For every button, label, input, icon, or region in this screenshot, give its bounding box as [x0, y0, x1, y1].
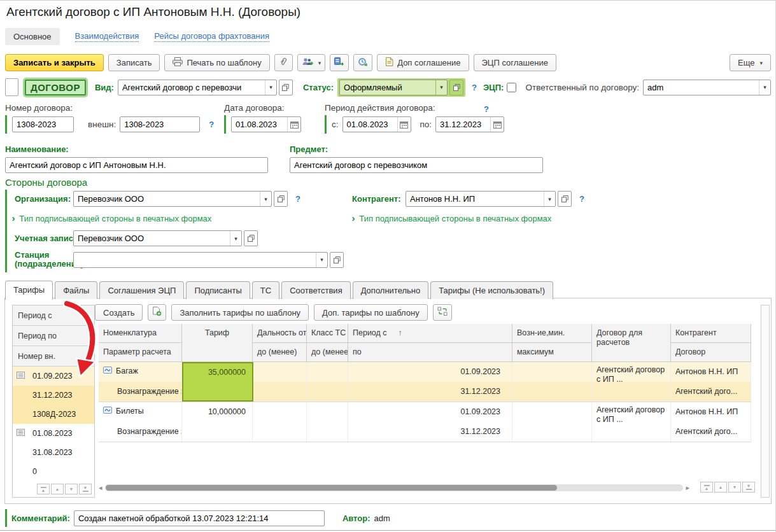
organization-help-icon[interactable]: ? [295, 194, 300, 204]
save-button[interactable]: Записать [108, 54, 160, 71]
list-item[interactable]: 01.09.2023 [13, 367, 94, 386]
table-row[interactable]: Билеты 10,000000 01.09.2023 Агентский до… [99, 402, 751, 442]
attachments-button[interactable] [274, 54, 293, 71]
go-next-button[interactable]: ▼ [65, 484, 78, 494]
calendar-icon[interactable] [287, 117, 300, 132]
account-open-button[interactable] [244, 230, 258, 246]
reorder-template-button[interactable] [433, 304, 452, 321]
status-help-icon[interactable]: ? [472, 83, 477, 92]
internal-number-header[interactable]: Номер вн. [13, 346, 94, 367]
contract-date-input[interactable]: 01.08.2023 [231, 116, 301, 132]
vertical-scrollbar[interactable] [761, 305, 770, 498]
refresh-schedule-button[interactable] [353, 54, 372, 71]
period-from-input[interactable]: 01.08.2023 [342, 116, 411, 132]
table-row[interactable]: Багаж 01.09.2023 Агентский договор с ИП … [99, 362, 751, 402]
column-header[interactable]: до (менее) [253, 343, 307, 362]
copy-button[interactable] [148, 304, 166, 321]
go-last-button[interactable]: ▼ [79, 484, 92, 494]
status-open-button[interactable] [449, 80, 463, 95]
list-item[interactable]: 0 [13, 462, 94, 481]
column-header[interactable]: по [348, 343, 512, 362]
go-next-button[interactable]: ▼ [728, 482, 741, 493]
list-item[interactable]: 1308Д-2023 [13, 405, 94, 424]
tab-additional[interactable]: Дополнительно [353, 281, 429, 299]
chevron-down-icon[interactable]: ▾ [316, 253, 327, 267]
contact-persons-button[interactable]: ▾ [297, 54, 326, 71]
chevron-down-icon[interactable]: ▾ [435, 80, 447, 95]
eds-agreement-button[interactable]: ЭЦП соглашение [474, 54, 556, 71]
additional-agreement-button[interactable]: Доп соглашение [377, 54, 469, 71]
scroll-left-icon[interactable]: ◂ [99, 484, 102, 492]
tariff-highlighted-cell[interactable]: 35,000000 [182, 362, 253, 402]
tab-signers[interactable]: Подписанты [186, 281, 250, 299]
chevron-down-icon[interactable]: ▾ [544, 192, 555, 206]
tab-tariffs-deprecated[interactable]: Тарифы (Не использовать!) [430, 281, 553, 299]
column-header[interactable]: Договор [671, 343, 751, 362]
status-combobox[interactable]: Оформляемый ▾ [339, 80, 448, 95]
tab-tariffs[interactable]: Тарифы [5, 281, 53, 300]
organization-open-button[interactable] [274, 191, 288, 207]
kind-open-button[interactable] [279, 80, 293, 95]
calendar-icon[interactable] [397, 117, 411, 132]
scroll-right-icon[interactable]: ▸ [686, 484, 689, 492]
fill-tariffs-by-template-button[interactable]: Заполнить тарифы по шаблону [171, 304, 309, 321]
column-header[interactable]: Тариф [182, 324, 253, 362]
go-first-button[interactable]: ▲ [700, 482, 713, 493]
go-last-button[interactable]: ▼ [742, 482, 755, 493]
comment-input[interactable]: Создан пакетной обработкой 13.07.2023 12… [74, 510, 325, 526]
calendar-icon[interactable] [490, 117, 504, 132]
print-by-template-button[interactable]: Печать по шаблону [164, 54, 269, 71]
go-previous-button[interactable]: ▲ [51, 484, 64, 494]
tab-eds-agreements[interactable]: Соглашения ЭЦП [99, 281, 184, 299]
subject-input[interactable]: Агентский договор с перевозчиком [290, 157, 543, 173]
list-item[interactable]: 31.08.2023 [13, 443, 94, 462]
column-header[interactable]: Период с↑ [348, 324, 512, 343]
column-header[interactable]: Контрагент [671, 324, 751, 343]
create-button[interactable]: Создать [95, 304, 143, 321]
chevron-down-icon[interactable]: ▾ [230, 231, 241, 246]
number-help-icon[interactable]: ? [209, 120, 214, 129]
scrollbar-track[interactable] [105, 484, 684, 491]
nav-tab-interactions[interactable]: Взаимодействия [75, 31, 139, 42]
counterparty-signer-type-link[interactable]: ›Тип подписывающей стороны в печатных фо… [352, 214, 551, 223]
period-help-icon[interactable]: ? [484, 104, 489, 114]
period-to-input[interactable]: 31.12.2023 [435, 116, 504, 132]
tab-correspondences[interactable]: Соответствия [281, 281, 351, 299]
scrollbar-thumb[interactable] [106, 485, 557, 491]
kind-combobox[interactable]: Агентский договор с перевозчи ▾ [118, 80, 277, 95]
column-header[interactable]: до (менее) [307, 343, 348, 362]
period-from-header[interactable]: Период с [13, 305, 94, 326]
name-input[interactable]: Агентский договор с ИП Антоновым Н.Н. [5, 157, 268, 173]
horizontal-scrollbar[interactable]: ◂ ▸ [99, 482, 689, 493]
go-previous-button[interactable]: ▲ [714, 482, 727, 493]
period-to-header[interactable]: Период по [13, 326, 94, 346]
account-combobox[interactable]: Перевозчик ООО ▾ [73, 230, 242, 246]
column-header[interactable]: Возн-ие,мин. [512, 324, 592, 343]
column-header[interactable]: Дальность от [253, 324, 307, 343]
list-item[interactable]: 31.12.2023 [13, 386, 94, 405]
column-header[interactable]: максимум [512, 343, 592, 362]
additional-tariffs-by-template-button[interactable]: Доп. тарифы по шаблону [314, 304, 428, 321]
eds-checkbox[interactable] [507, 83, 516, 92]
chevron-down-icon[interactable]: ▾ [260, 192, 271, 206]
chevron-down-icon[interactable]: ▾ [265, 80, 276, 95]
contract-number-input[interactable]: 1308-2023 [12, 116, 74, 132]
column-header[interactable]: Номенклатура [99, 324, 182, 343]
counterparty-combobox[interactable]: Антонов Н.Н. ИП ▾ [406, 191, 556, 207]
column-header[interactable]: Договор для расчетов [592, 324, 671, 362]
external-number-input[interactable]: 1308-2023 [120, 116, 200, 132]
list-item[interactable]: 01.08.2023 [13, 424, 94, 443]
column-header[interactable]: Параметр расчета [99, 343, 182, 362]
responsible-combobox[interactable]: adm ▾ [643, 80, 771, 95]
station-combobox[interactable]: ▾ [73, 252, 328, 268]
counterparty-open-button[interactable] [558, 191, 572, 207]
counterparty-help-icon[interactable]: ? [579, 194, 584, 204]
chevron-down-icon[interactable]: ▾ [759, 80, 770, 95]
nav-tab-main[interactable]: Основное [5, 28, 60, 45]
organization-combobox[interactable]: Перевозчик ООО ▾ [73, 191, 272, 207]
column-header[interactable]: Класс ТС от [307, 324, 348, 343]
go-first-button[interactable]: ▲ [37, 484, 50, 494]
nav-tab-charter-trips[interactable]: Рейсы договора фрахтования [154, 31, 269, 42]
organization-signer-type-link[interactable]: ›Тип подписывающей стороны в печатных фо… [12, 214, 211, 223]
export-document-button[interactable] [330, 54, 349, 71]
